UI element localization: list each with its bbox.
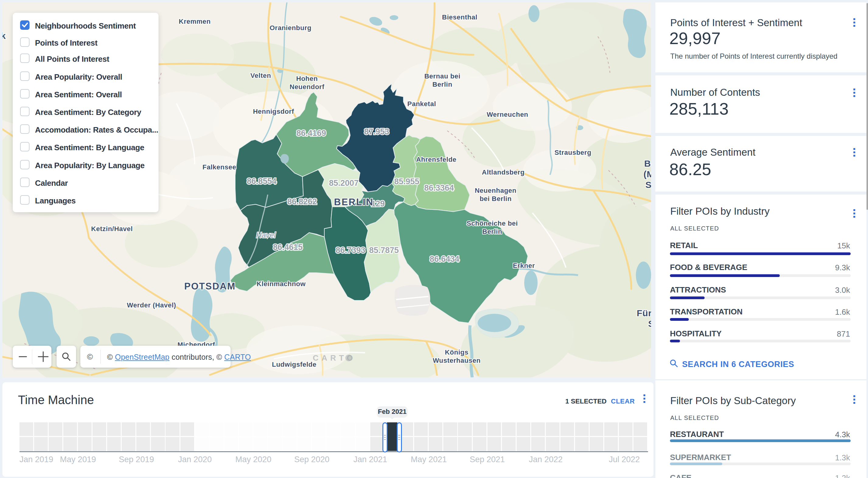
svg-text:POTSDAM: POTSDAM [184,281,236,292]
svg-text:Werder (Havel): Werder (Havel) [127,301,176,309]
svg-text:Hohen: Hohen [296,75,318,83]
svg-text:Sp: Sp [648,319,651,329]
svg-text:Neuenhagen: Neuenhagen [475,187,516,194]
svg-text:86.6434: 86.6434 [430,255,459,264]
svg-text:Erkner: Erkner [513,262,535,269]
svg-text:Schöneiche bei: Schöneiche bei [467,220,518,227]
svg-text:Königs: Königs [445,348,468,356]
svg-text:Fürste: Fürste [637,308,651,318]
svg-text:Berlin: Berlin [432,81,452,88]
svg-text:86.8554: 86.8554 [247,177,277,186]
svg-text:Falkensee: Falkensee [203,163,237,171]
svg-text:Kleinmachnow: Kleinmachnow [256,280,306,288]
svg-text:85.2007: 85.2007 [329,179,359,188]
svg-text:87.953: 87.953 [364,127,390,136]
svg-text:(M: (M [644,169,651,179]
svg-text:Velten: Velten [250,72,271,79]
svg-text:86.8262: 86.8262 [287,197,317,206]
svg-text:Berlin: Berlin [482,228,502,235]
svg-text:Hennigsdorf: Hennigsdorf [253,108,294,115]
svg-text:Wusterhausen: Wusterhausen [433,357,480,364]
svg-text:Strausberg: Strausberg [554,149,591,156]
svg-text:Havel: Havel [256,231,276,239]
svg-text:86.4169: 86.4169 [296,129,326,138]
svg-text:85.7875: 85.7875 [369,246,399,255]
svg-text:Werneuchen: Werneuchen [487,111,528,118]
svg-text:ck: ck [2,31,6,41]
svg-text:86.7393: 86.7393 [336,246,365,255]
svg-text:86.3364: 86.3364 [424,183,454,192]
svg-text:bei Berlin: bei Berlin [479,195,512,202]
svg-text:85.955: 85.955 [394,177,420,186]
svg-text:Be: Be [644,158,651,168]
svg-text:Ludwigsfelde: Ludwigsfelde [272,361,317,368]
svg-text:Oranienburg: Oranienburg [270,24,312,32]
svg-text:Altlandsberg: Altlandsberg [482,168,525,176]
svg-text:BERLIN: BERLIN [334,197,374,208]
svg-text:Neuendorf: Neuendorf [290,83,324,91]
svg-text:Ahrensfelde: Ahrensfelde [416,156,457,163]
svg-text:Sc: Sc [645,180,651,190]
svg-text:Biesenthal: Biesenthal [442,13,477,21]
svg-text:86.4615: 86.4615 [273,243,303,252]
svg-text:Bernau bei: Bernau bei [425,72,461,80]
svg-text:Ketzin/Havel: Ketzin/Havel [91,225,133,233]
svg-text:Kremmen: Kremmen [179,18,211,25]
svg-text:Panketal: Panketal [407,100,436,108]
